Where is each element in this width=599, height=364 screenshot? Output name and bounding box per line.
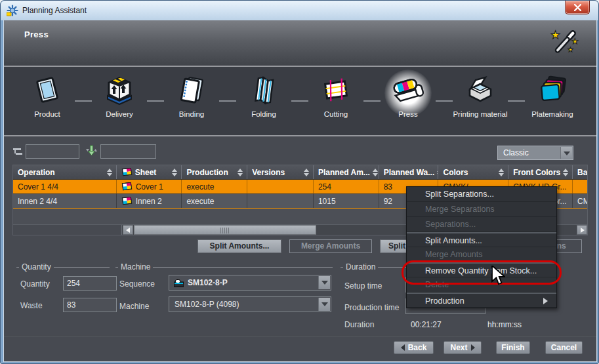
finish-button[interactable]: Finish [496, 341, 530, 354]
hscrollbar-spacer [13, 225, 122, 235]
chevron-down-icon[interactable] [560, 147, 572, 159]
step-label: Folding [234, 110, 293, 119]
svg-text:★: ★ [571, 37, 579, 46]
chevron-down-icon[interactable] [318, 276, 330, 289]
press-machine-icon [174, 279, 184, 287]
scrollbar-thumb[interactable] [134, 225, 316, 235]
column-header-planned-amount[interactable]: Planned Am... [314, 165, 379, 179]
step-label: Product [18, 110, 77, 119]
filter-input[interactable] [26, 144, 79, 159]
cell-planned-amount: 1015 [314, 194, 379, 208]
machine-label: Machine [119, 302, 149, 311]
platemaking-icon [537, 75, 568, 105]
waste-field[interactable] [63, 298, 117, 312]
machine-value: SM102-8-P (4098) [175, 300, 239, 309]
quantity-label: Quantity [20, 279, 50, 289]
cell-sheet: Cover 1 [117, 180, 182, 193]
close-button[interactable] [565, 1, 590, 14]
column-header-planned-waste[interactable]: Planned Wa... [379, 165, 439, 179]
column-header-versions[interactable]: Versions [247, 165, 314, 179]
menu-item-production[interactable]: Production [407, 293, 556, 308]
column-header-operation[interactable]: Operation [13, 165, 117, 179]
context-menu: Split Separations... Merge Separations S… [406, 186, 557, 308]
cell-operation: Cover 1 4/4 [13, 180, 117, 193]
step-press-active[interactable]: Press [379, 71, 438, 119]
step-binding[interactable]: Binding [162, 71, 221, 119]
production-time-label: Production time [344, 303, 399, 312]
sheet-icon [121, 197, 133, 205]
view-select-value: Classic [503, 148, 529, 157]
step-delivery[interactable]: Delivery [90, 71, 149, 119]
cell-back-colors: CM [573, 194, 587, 208]
scroll-left-button[interactable] [123, 225, 133, 235]
sheet-icon [121, 168, 133, 176]
delivery-icon [104, 75, 135, 105]
view-select[interactable]: Classic [497, 146, 573, 160]
svg-text:★: ★ [568, 46, 573, 53]
product-icon [33, 75, 62, 105]
back-arrow-icon [401, 344, 405, 351]
sort-arrows-icon[interactable] [304, 169, 310, 176]
setup-time-label: Setup time [344, 281, 382, 291]
svg-text:★: ★ [550, 29, 560, 41]
step-cutting[interactable]: Cutting [306, 71, 365, 119]
sort-icon[interactable] [85, 145, 98, 157]
close-icon [574, 4, 581, 11]
duration-unit: hh:mm:ss [487, 320, 522, 329]
binding-icon [177, 75, 206, 105]
step-printing-material[interactable]: Printing material [451, 71, 510, 119]
cancel-button[interactable]: Cancel [545, 341, 583, 354]
back-button[interactable]: Back [394, 341, 434, 354]
sheet-icon [121, 182, 133, 191]
sort-arrows-icon[interactable] [172, 169, 178, 176]
sequence-label: Sequence [119, 279, 155, 289]
machine-select[interactable]: SM102-8-P (4098) [169, 296, 331, 312]
sort-arrows-icon[interactable] [238, 169, 244, 176]
duration-group-title: Duration [343, 262, 378, 272]
header-band [4, 20, 596, 66]
scroll-right-button[interactable] [577, 225, 587, 235]
column-header-back-colors[interactable]: Ba [573, 165, 587, 179]
sort-arrows-icon[interactable] [563, 169, 569, 176]
sort-input[interactable] [100, 144, 156, 159]
machine-group-title: Machine [118, 262, 153, 272]
sequence-value: SM102-8-P [188, 278, 228, 287]
cell-sheet: Innen 2 [117, 194, 182, 208]
column-header-sheet[interactable]: Sheet [117, 165, 182, 179]
menu-item-split-separations[interactable]: Split Separations... [407, 187, 556, 202]
split-amounts-button[interactable]: Split Amounts... [197, 239, 281, 253]
magic-wand-icon: ★ ★ ★ [549, 27, 581, 58]
next-button[interactable]: Next [444, 341, 482, 354]
cell-production: execute [182, 180, 247, 193]
thumb-grip [220, 228, 230, 233]
planning-assistant-window: Planning Assistant Press ★ ★ ★ P [0, 0, 599, 364]
mouse-cursor [491, 266, 505, 285]
titlebar[interactable]: Planning Assistant [1, 1, 598, 20]
column-header-colors[interactable]: Colors [438, 165, 508, 179]
column-header-front-colors[interactable]: Front Colors [508, 165, 573, 179]
cell-production: execute [182, 194, 247, 208]
page-title: Press [24, 30, 49, 39]
step-folding[interactable]: Folding [234, 71, 293, 119]
sort-arrows-icon[interactable] [107, 169, 114, 176]
sort-arrows-icon[interactable] [373, 169, 379, 176]
quantity-group-title: Quantity [19, 262, 54, 272]
sort-arrows-icon[interactable] [499, 169, 505, 176]
column-header-production[interactable]: Production [182, 165, 247, 179]
step-label: Cutting [306, 110, 365, 119]
filter-tree-icon[interactable] [13, 148, 24, 156]
step-label: Press [379, 110, 438, 119]
quantity-field[interactable] [63, 276, 117, 291]
press-icon [392, 74, 424, 106]
next-arrow-icon [471, 344, 475, 351]
merge-amounts-button: Merge Amounts [289, 239, 372, 253]
chevron-down-icon[interactable] [318, 298, 330, 311]
step-product[interactable]: Product [18, 71, 77, 119]
step-platemaking[interactable]: Platemaking [523, 71, 582, 119]
menu-item-split-amounts[interactable]: Split Amounts... [407, 232, 556, 247]
menu-item-separations: Separations... [407, 217, 556, 232]
cell-versions [247, 194, 314, 208]
cutting-icon [321, 75, 351, 105]
sequence-select[interactable]: SM102-8-P [169, 275, 331, 291]
step-label: Binding [162, 110, 221, 119]
